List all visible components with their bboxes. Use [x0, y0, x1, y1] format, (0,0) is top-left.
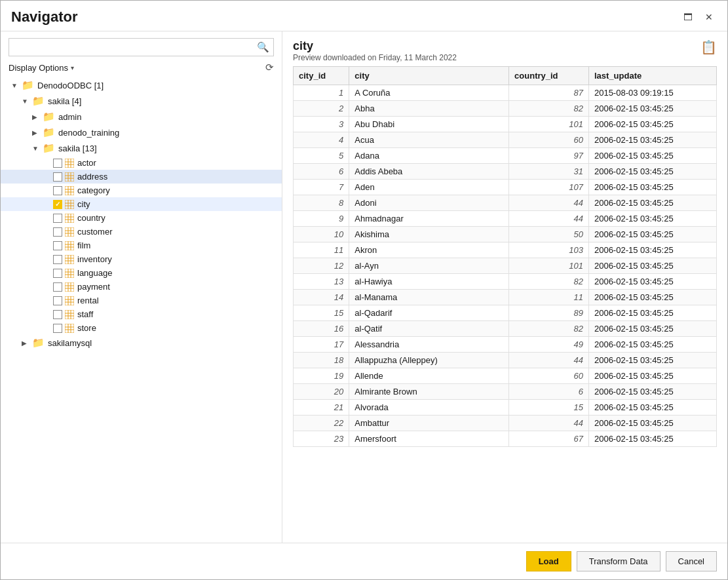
tree-item-actor[interactable]: actor: [1, 156, 282, 170]
cell-country-id: 44: [509, 211, 589, 227]
tree-item-staff[interactable]: staff: [1, 307, 282, 321]
tree-item-denodoodbc[interactable]: ▼ 📁 DenodoODBC [1]: [1, 77, 282, 93]
table-icon: [65, 324, 74, 333]
checkbox-category[interactable]: [53, 186, 62, 195]
minimize-button[interactable]: 🗖: [680, 9, 696, 25]
expand-icon: ▼: [11, 82, 20, 89]
cell-last-update: 2006-02-15 03:45:25: [588, 337, 716, 353]
checkbox-language[interactable]: [53, 269, 62, 278]
load-button[interactable]: Load: [526, 551, 571, 571]
checkbox-store[interactable]: [53, 324, 62, 333]
cell-city: Akron: [349, 242, 509, 258]
table-row: 5Adana972006-02-15 03:45:25: [294, 148, 717, 164]
svg-rect-50: [65, 296, 74, 305]
table-container[interactable]: city_id city country_id last_update 1A C…: [282, 66, 727, 543]
table-icon: [65, 255, 74, 264]
checkbox-rental[interactable]: [53, 296, 62, 305]
refresh-button[interactable]: ⟳: [265, 62, 274, 73]
tree-item-sakila[interactable]: ▼ 📁 sakila [4]: [1, 93, 282, 109]
table-row: 2Abha822006-02-15 03:45:25: [294, 101, 717, 117]
checkbox-city[interactable]: [53, 200, 62, 209]
table-icon: [65, 214, 74, 223]
close-button[interactable]: ✕: [701, 9, 717, 25]
cell-city-id: 4: [294, 132, 349, 148]
tree-item-label: film: [77, 241, 90, 250]
checkbox-payment[interactable]: [53, 282, 62, 292]
tree-item-category[interactable]: category: [1, 184, 282, 197]
tree-item-sakilamysql[interactable]: ▶ 📁 sakilamysql: [1, 335, 282, 351]
tree-item-film[interactable]: film: [1, 239, 282, 252]
checkbox-film[interactable]: [53, 241, 62, 250]
cell-country-id: 82: [509, 101, 589, 117]
cell-city-id: 3: [294, 117, 349, 132]
export-icon[interactable]: 📋: [700, 39, 717, 55]
cell-city: Aden: [349, 180, 509, 195]
cell-country-id: 60: [509, 368, 589, 384]
tree-item-rental[interactable]: rental: [1, 294, 282, 307]
checkbox-country[interactable]: [53, 214, 62, 223]
tree-item-sakila13[interactable]: ▼ 📁 sakila [13]: [1, 140, 282, 156]
col-header-city: city: [349, 67, 509, 85]
display-options-bar: Display Options ▾ ⟳: [9, 62, 274, 73]
tree-item-label: customer: [77, 227, 112, 237]
checkbox-inventory[interactable]: [53, 255, 62, 264]
tree-item-store[interactable]: store: [1, 321, 282, 335]
checkbox-customer[interactable]: [53, 227, 62, 237]
cell-city: Alessandria: [349, 337, 509, 353]
cell-city-id: 17: [294, 337, 349, 353]
cell-city: Almirante Brown: [349, 384, 509, 400]
cell-last-update: 2006-02-15 03:45:25: [588, 258, 716, 274]
preview-table: city_id city country_id last_update 1A C…: [293, 66, 717, 447]
table-row: 4Acua602006-02-15 03:45:25: [294, 132, 717, 148]
tree-item-language[interactable]: language: [1, 266, 282, 280]
tree-area[interactable]: ▼ 📁 DenodoODBC [1] ▼ 📁 sakila [4] ▶ 📁 ad…: [1, 77, 282, 536]
cell-country-id: 89: [509, 305, 589, 321]
cell-city: Abha: [349, 101, 509, 117]
expand-icon: ▼: [22, 98, 31, 105]
search-input[interactable]: [9, 43, 253, 52]
cell-country-id: 44: [509, 195, 589, 211]
svg-rect-5: [65, 172, 74, 182]
table-row: 20Almirante Brown62006-02-15 03:45:25: [294, 384, 717, 400]
folder-icon: 📁: [22, 79, 34, 91]
display-options-button[interactable]: Display Options ▾: [9, 63, 74, 73]
tree-item-country[interactable]: country: [1, 211, 282, 225]
table-row: 9Ahmadnagar442006-02-15 03:45:25: [294, 211, 717, 227]
table-icon: [65, 200, 74, 209]
cell-last-update: 2006-02-15 03:45:25: [588, 321, 716, 337]
navigator-dialog: Navigator 🗖 ✕ 🔍 Display Options ▾ ⟳: [0, 0, 728, 580]
tree-item-address[interactable]: address: [1, 170, 282, 184]
left-panel: 🔍 Display Options ▾ ⟳ ▼ 📁 DenodoODBC [1: [1, 31, 282, 543]
preview-title: city: [293, 39, 457, 53]
cell-last-update: 2006-02-15 03:45:25: [588, 384, 716, 400]
transform-data-button[interactable]: Transform Data: [577, 551, 661, 571]
cell-last-update: 2006-02-15 03:45:25: [588, 117, 716, 132]
tree-item-admin[interactable]: ▶ 📁 admin: [1, 109, 282, 125]
display-options-label: Display Options: [9, 63, 68, 73]
tree-item-payment[interactable]: payment: [1, 280, 282, 294]
tree-item-inventory[interactable]: inventory: [1, 252, 282, 266]
tree-item-label: admin: [58, 112, 81, 122]
table-row: 17Alessandria492006-02-15 03:45:25: [294, 337, 717, 353]
svg-rect-25: [65, 227, 74, 237]
checkbox-staff[interactable]: [53, 310, 62, 319]
table-row: 22Ambattur442006-02-15 03:45:25: [294, 416, 717, 431]
cell-city: Adana: [349, 148, 509, 164]
tree-item-denodo-training[interactable]: ▶ 📁 denodo_training: [1, 125, 282, 140]
dialog-title: Navigator: [11, 9, 77, 26]
checkbox-actor[interactable]: [53, 159, 62, 168]
tree-item-label: language: [77, 268, 113, 278]
cell-country-id: 6: [509, 384, 589, 400]
cell-country-id: 15: [509, 400, 589, 416]
cell-last-update: 2006-02-15 03:45:25: [588, 164, 716, 180]
tree-item-city[interactable]: city: [1, 197, 282, 211]
tree-item-label: category: [77, 185, 110, 195]
cancel-button[interactable]: Cancel: [666, 551, 717, 571]
checkbox-address[interactable]: [53, 172, 62, 182]
tree-item-customer[interactable]: customer: [1, 225, 282, 239]
table-icon: [65, 241, 74, 250]
svg-rect-30: [65, 241, 74, 250]
cell-last-update: 2006-02-15 03:45:25: [588, 274, 716, 290]
cell-city-id: 16: [294, 321, 349, 337]
tree-item-label: staff: [77, 309, 93, 319]
